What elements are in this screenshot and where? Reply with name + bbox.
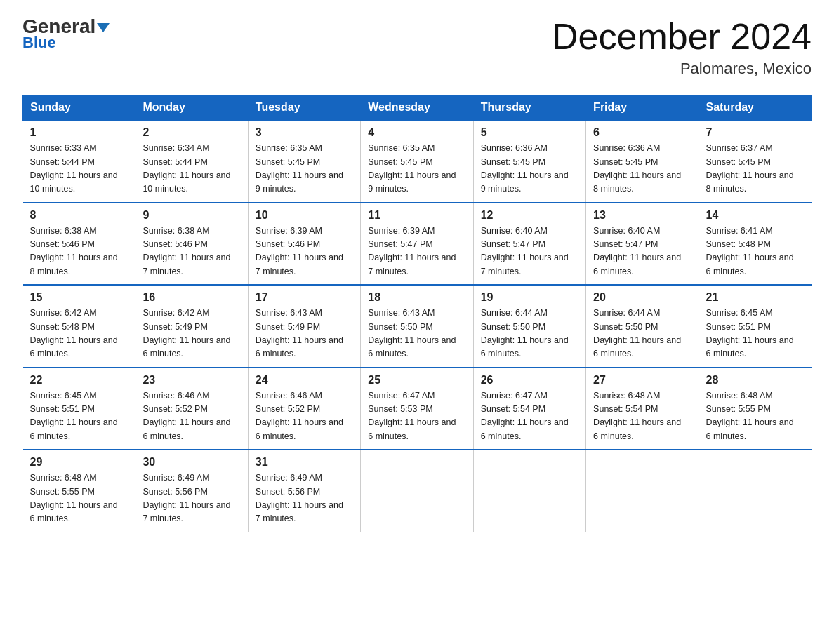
calendar-cell: 3 Sunrise: 6:35 AMSunset: 5:45 PMDayligh… (248, 120, 360, 203)
day-number: 12 (481, 209, 578, 222)
day-number: 17 (256, 291, 353, 304)
day-info: Sunrise: 6:36 AMSunset: 5:45 PMDaylight:… (593, 142, 691, 196)
day-info: Sunrise: 6:39 AMSunset: 5:46 PMDaylight:… (256, 224, 353, 279)
col-sunday: Sunday (23, 95, 135, 121)
calendar-cell: 29 Sunrise: 6:48 AMSunset: 5:55 PMDaylig… (23, 450, 135, 532)
day-number: 26 (481, 374, 578, 387)
day-info: Sunrise: 6:46 AMSunset: 5:52 PMDaylight:… (143, 389, 240, 444)
day-info: Sunrise: 6:49 AMSunset: 5:56 PMDaylight:… (143, 471, 240, 526)
day-number: 21 (706, 291, 805, 304)
calendar-cell: 2 Sunrise: 6:34 AMSunset: 5:44 PMDayligh… (135, 120, 248, 203)
day-number: 20 (593, 291, 691, 304)
calendar-table: Sunday Monday Tuesday Wednesday Thursday… (22, 95, 812, 532)
day-number: 14 (706, 209, 805, 222)
day-number: 27 (593, 374, 691, 387)
day-number: 3 (256, 126, 353, 139)
day-info: Sunrise: 6:49 AMSunset: 5:56 PMDaylight:… (256, 471, 353, 526)
day-number: 13 (593, 209, 691, 222)
calendar-cell: 19 Sunrise: 6:44 AMSunset: 5:50 PMDaylig… (473, 285, 585, 368)
day-info: Sunrise: 6:44 AMSunset: 5:50 PMDaylight:… (593, 307, 691, 361)
logo-arrow-icon (97, 23, 110, 32)
day-number: 18 (368, 291, 465, 304)
calendar-cell: 21 Sunrise: 6:45 AMSunset: 5:51 PMDaylig… (699, 285, 811, 368)
day-info: Sunrise: 6:34 AMSunset: 5:44 PMDaylight:… (143, 142, 240, 196)
day-info: Sunrise: 6:42 AMSunset: 5:48 PMDaylight:… (30, 307, 128, 361)
col-wednesday: Wednesday (361, 95, 473, 121)
title-area: December 2024 Palomares, Mexico (552, 17, 812, 78)
day-number: 5 (481, 126, 578, 139)
header-row: Sunday Monday Tuesday Wednesday Thursday… (23, 95, 812, 121)
day-number: 6 (593, 126, 691, 139)
calendar-cell: 11 Sunrise: 6:39 AMSunset: 5:47 PMDaylig… (361, 203, 473, 286)
calendar-cell: 1 Sunrise: 6:33 AMSunset: 5:44 PMDayligh… (23, 120, 135, 203)
calendar-cell: 31 Sunrise: 6:49 AMSunset: 5:56 PMDaylig… (248, 450, 360, 532)
week-row-3: 15 Sunrise: 6:42 AMSunset: 5:48 PMDaylig… (23, 285, 812, 368)
day-number: 8 (30, 209, 128, 222)
day-info: Sunrise: 6:36 AMSunset: 5:45 PMDaylight:… (481, 142, 578, 196)
calendar-cell: 27 Sunrise: 6:48 AMSunset: 5:54 PMDaylig… (586, 368, 699, 450)
calendar-cell: 17 Sunrise: 6:43 AMSunset: 5:49 PMDaylig… (248, 285, 360, 368)
calendar-cell: 15 Sunrise: 6:42 AMSunset: 5:48 PMDaylig… (23, 285, 135, 368)
calendar-cell (473, 450, 585, 532)
day-info: Sunrise: 6:40 AMSunset: 5:47 PMDaylight:… (593, 224, 691, 279)
page-header: General Blue December 2024 Palomares, Me… (22, 17, 812, 78)
col-friday: Friday (586, 95, 699, 121)
day-number: 24 (256, 374, 353, 387)
calendar-cell: 5 Sunrise: 6:36 AMSunset: 5:45 PMDayligh… (473, 120, 585, 203)
calendar-cell: 12 Sunrise: 6:40 AMSunset: 5:47 PMDaylig… (473, 203, 585, 286)
day-info: Sunrise: 6:48 AMSunset: 5:55 PMDaylight:… (706, 389, 805, 444)
calendar-cell: 6 Sunrise: 6:36 AMSunset: 5:45 PMDayligh… (586, 120, 699, 203)
day-number: 15 (30, 291, 128, 304)
day-info: Sunrise: 6:33 AMSunset: 5:44 PMDaylight:… (30, 142, 128, 196)
calendar-cell: 23 Sunrise: 6:46 AMSunset: 5:52 PMDaylig… (135, 368, 248, 450)
calendar-cell: 4 Sunrise: 6:35 AMSunset: 5:45 PMDayligh… (361, 120, 473, 203)
week-row-4: 22 Sunrise: 6:45 AMSunset: 5:51 PMDaylig… (23, 368, 812, 450)
calendar-cell: 7 Sunrise: 6:37 AMSunset: 5:45 PMDayligh… (699, 120, 811, 203)
calendar-cell: 10 Sunrise: 6:39 AMSunset: 5:46 PMDaylig… (248, 203, 360, 286)
day-info: Sunrise: 6:37 AMSunset: 5:45 PMDaylight:… (706, 142, 805, 196)
calendar-cell: 26 Sunrise: 6:47 AMSunset: 5:54 PMDaylig… (473, 368, 585, 450)
calendar-cell: 9 Sunrise: 6:38 AMSunset: 5:46 PMDayligh… (135, 203, 248, 286)
day-number: 10 (256, 209, 353, 222)
calendar-body: 1 Sunrise: 6:33 AMSunset: 5:44 PMDayligh… (23, 120, 812, 532)
calendar-cell: 8 Sunrise: 6:38 AMSunset: 5:46 PMDayligh… (23, 203, 135, 286)
col-thursday: Thursday (473, 95, 585, 121)
day-number: 25 (368, 374, 465, 387)
day-number: 22 (30, 374, 128, 387)
day-info: Sunrise: 6:43 AMSunset: 5:49 PMDaylight:… (256, 307, 353, 361)
calendar-cell: 28 Sunrise: 6:48 AMSunset: 5:55 PMDaylig… (699, 368, 811, 450)
location: Palomares, Mexico (552, 60, 812, 78)
day-number: 19 (481, 291, 578, 304)
calendar-cell (586, 450, 699, 532)
calendar-cell: 13 Sunrise: 6:40 AMSunset: 5:47 PMDaylig… (586, 203, 699, 286)
calendar-cell (699, 450, 811, 532)
calendar-cell: 14 Sunrise: 6:41 AMSunset: 5:48 PMDaylig… (699, 203, 811, 286)
day-number: 9 (143, 209, 240, 222)
day-info: Sunrise: 6:40 AMSunset: 5:47 PMDaylight:… (481, 224, 578, 279)
col-monday: Monday (135, 95, 248, 121)
day-number: 31 (256, 456, 353, 469)
day-info: Sunrise: 6:45 AMSunset: 5:51 PMDaylight:… (706, 307, 805, 361)
col-tuesday: Tuesday (248, 95, 360, 121)
calendar-cell: 25 Sunrise: 6:47 AMSunset: 5:53 PMDaylig… (361, 368, 473, 450)
day-info: Sunrise: 6:44 AMSunset: 5:50 PMDaylight:… (481, 307, 578, 361)
calendar-cell: 30 Sunrise: 6:49 AMSunset: 5:56 PMDaylig… (135, 450, 248, 532)
col-saturday: Saturday (699, 95, 811, 121)
calendar-cell: 24 Sunrise: 6:46 AMSunset: 5:52 PMDaylig… (248, 368, 360, 450)
day-info: Sunrise: 6:38 AMSunset: 5:46 PMDaylight:… (30, 224, 128, 279)
day-info: Sunrise: 6:35 AMSunset: 5:45 PMDaylight:… (256, 142, 353, 196)
day-info: Sunrise: 6:47 AMSunset: 5:54 PMDaylight:… (481, 389, 578, 444)
day-info: Sunrise: 6:48 AMSunset: 5:55 PMDaylight:… (30, 471, 128, 526)
day-number: 28 (706, 374, 805, 387)
calendar-cell (361, 450, 473, 532)
month-title: December 2024 (552, 17, 812, 57)
calendar-cell: 22 Sunrise: 6:45 AMSunset: 5:51 PMDaylig… (23, 368, 135, 450)
week-row-2: 8 Sunrise: 6:38 AMSunset: 5:46 PMDayligh… (23, 203, 812, 286)
day-number: 11 (368, 209, 465, 222)
day-number: 29 (30, 456, 128, 469)
calendar-header: Sunday Monday Tuesday Wednesday Thursday… (23, 95, 812, 121)
week-row-5: 29 Sunrise: 6:48 AMSunset: 5:55 PMDaylig… (23, 450, 812, 532)
day-number: 7 (706, 126, 805, 139)
logo: General Blue (22, 17, 110, 52)
logo-part2: Blue (22, 34, 56, 52)
